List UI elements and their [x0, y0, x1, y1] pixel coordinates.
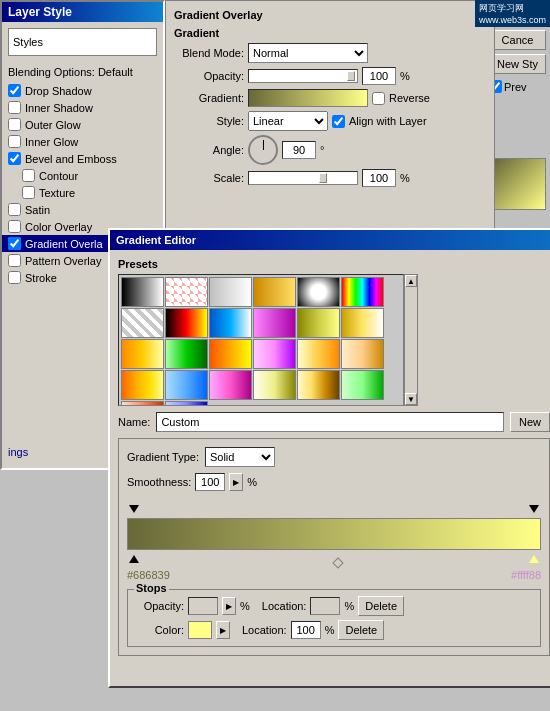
preset-g15[interactable]	[165, 401, 208, 406]
preset-fire[interactable]	[165, 308, 208, 338]
cancel-button[interactable]: Cance	[489, 30, 546, 50]
smoothness-input[interactable]	[195, 473, 225, 491]
preset-rainbow[interactable]	[341, 277, 384, 307]
opacity-delete-btn[interactable]: Delete	[358, 596, 404, 616]
gradient-overlay-checkbox[interactable]	[8, 237, 21, 250]
preset-g8[interactable]	[121, 370, 164, 400]
preset-g1[interactable]	[341, 308, 384, 338]
type-row: Gradient Type: Solid Noise	[127, 447, 541, 467]
color-location-label: Location:	[242, 624, 287, 636]
preset-hatch[interactable]	[121, 308, 164, 338]
outer-glow-checkbox[interactable]	[8, 118, 21, 131]
scale-slider[interactable]	[248, 171, 358, 185]
drop-shadow-label: Drop Shadow	[25, 85, 92, 97]
layer-item-satin[interactable]: Satin	[2, 201, 163, 218]
stroke-checkbox[interactable]	[8, 271, 21, 284]
color-stops-row	[127, 551, 541, 567]
stroke-label: Stroke	[25, 272, 57, 284]
preset-g14[interactable]	[121, 401, 164, 406]
preset-purple[interactable]	[253, 308, 296, 338]
layer-item-inner-glow[interactable]: Inner Glow	[2, 133, 163, 150]
texture-checkbox[interactable]	[22, 186, 35, 199]
color-arrow[interactable]: ▶	[216, 621, 230, 639]
preset-yellow2[interactable]	[297, 308, 340, 338]
gradient-bar-preview[interactable]	[248, 89, 368, 107]
preset-g7[interactable]	[341, 339, 384, 369]
preview-label: Prev	[504, 81, 527, 93]
opacity-stop-input[interactable]	[188, 597, 218, 615]
preset-blue[interactable]	[209, 308, 252, 338]
opacity-input[interactable]	[362, 67, 396, 85]
color-stop-mid	[332, 557, 343, 568]
new-gradient-btn[interactable]: New	[510, 412, 550, 432]
inner-shadow-checkbox[interactable]	[8, 101, 21, 114]
preset-gold[interactable]	[253, 277, 296, 307]
bevel-emboss-checkbox[interactable]	[8, 152, 21, 165]
blend-mode-label: Blend Mode:	[174, 47, 244, 59]
preset-g4[interactable]	[209, 339, 252, 369]
preset-g13[interactable]	[341, 370, 384, 400]
color-delete-btn[interactable]: Delete	[338, 620, 384, 640]
blend-mode-select[interactable]: Normal Multiply Screen	[248, 43, 368, 63]
preset-bw[interactable]	[121, 277, 164, 307]
preset-g12[interactable]	[297, 370, 340, 400]
type-select[interactable]: Solid Noise	[205, 447, 275, 467]
layer-item-inner-shadow[interactable]: Inner Shadow	[2, 99, 163, 116]
name-input[interactable]	[156, 412, 504, 432]
satin-label: Satin	[25, 204, 50, 216]
presets-scroll-down[interactable]: ▼	[405, 393, 417, 405]
color-overlay-checkbox[interactable]	[8, 220, 21, 233]
angle-row: Angle: °	[174, 135, 486, 165]
angle-input[interactable]	[282, 141, 316, 159]
preset-g10[interactable]	[209, 370, 252, 400]
scale-input[interactable]	[362, 169, 396, 187]
preset-transparent[interactable]	[165, 277, 208, 307]
preset-g11[interactable]	[253, 370, 296, 400]
drop-shadow-checkbox[interactable]	[8, 84, 21, 97]
angle-dial[interactable]	[248, 135, 278, 165]
opacity-location-input[interactable]	[310, 597, 340, 615]
opacity-slider-thumb	[347, 71, 355, 81]
style-select[interactable]: Linear Radial	[248, 111, 328, 131]
gradient-overlay-panel: Gradient Overlay Gradient Blend Mode: No…	[165, 0, 495, 230]
pattern-overlay-checkbox[interactable]	[8, 254, 21, 267]
preset-radial[interactable]	[297, 277, 340, 307]
new-style-button[interactable]: New Sty	[489, 54, 546, 74]
inner-glow-checkbox[interactable]	[8, 135, 21, 148]
preset-g3[interactable]	[165, 339, 208, 369]
opacity-stop-left[interactable]	[129, 505, 139, 513]
layer-item-texture[interactable]: Texture	[2, 184, 163, 201]
smoothness-stepper[interactable]: ▶	[229, 473, 243, 491]
reverse-checkbox[interactable]	[372, 92, 385, 105]
layer-item-bevel-emboss[interactable]: Bevel and Emboss	[2, 150, 163, 167]
color-location-input[interactable]	[291, 621, 321, 639]
stops-title: Stops	[134, 582, 169, 594]
presets-scroll-up[interactable]: ▲	[405, 275, 417, 287]
preset-g9[interactable]	[165, 370, 208, 400]
preset-silver[interactable]	[209, 277, 252, 307]
satin-checkbox[interactable]	[8, 203, 21, 216]
opacity-stop-right[interactable]	[529, 505, 539, 513]
smoothness-label: Smoothness:	[127, 476, 191, 488]
color-swatch[interactable]	[188, 621, 212, 639]
main-gradient-bar[interactable]	[127, 518, 541, 550]
pattern-overlay-label: Pattern Overlay	[25, 255, 101, 267]
color-stop-left[interactable]	[129, 555, 139, 563]
preset-g5[interactable]	[253, 339, 296, 369]
gradient-label: Gradient:	[174, 92, 244, 104]
ge-content: Presets	[110, 250, 550, 664]
layer-item-drop-shadow[interactable]: Drop Shadow	[2, 82, 163, 99]
layer-item-contour[interactable]: Contour	[2, 167, 163, 184]
contour-checkbox[interactable]	[22, 169, 35, 182]
preset-g6[interactable]	[297, 339, 340, 369]
color-label-left: #686839	[127, 569, 170, 581]
opacity-stop-stepper[interactable]: ▶	[222, 597, 236, 615]
ge-titlebar: Gradient Editor ─ □ ✕	[110, 230, 550, 250]
align-layer-checkbox[interactable]	[332, 115, 345, 128]
preview-box	[494, 158, 546, 210]
layer-item-outer-glow[interactable]: Outer Glow	[2, 116, 163, 133]
opacity-slider[interactable]	[248, 69, 358, 83]
type-label: Gradient Type:	[127, 451, 199, 463]
preset-g2[interactable]	[121, 339, 164, 369]
color-stop-right[interactable]	[529, 555, 539, 563]
